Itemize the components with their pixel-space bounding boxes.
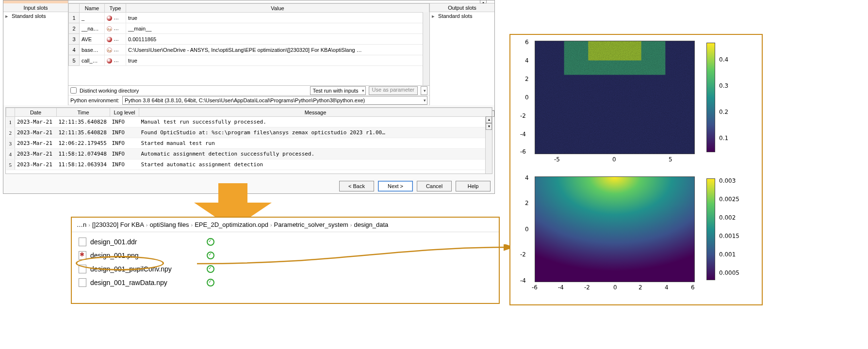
file-name: design_001_rawData.npy bbox=[90, 279, 167, 286]
file-icon bbox=[79, 278, 86, 287]
bool-icon bbox=[107, 16, 112, 21]
var-row[interactable]: 3 AVE … 0.00111865 bbox=[69, 34, 429, 45]
wizard-footer: < Back Next > Cancel Help bbox=[339, 181, 491, 191]
col-msg[interactable]: Message bbox=[139, 108, 492, 117]
cbar-tick: 0.002 bbox=[719, 214, 736, 221]
var-row[interactable]: 1 _ … true bbox=[69, 13, 429, 23]
crumb[interactable]: EPE_2D_optimization.opd bbox=[195, 221, 268, 228]
ytick: 0 bbox=[525, 94, 529, 101]
str-icon bbox=[107, 26, 112, 32]
file-row[interactable]: design_001_rawData.npy bbox=[79, 276, 492, 289]
cbar-tick: 0.2 bbox=[719, 109, 728, 115]
rownum: 1 bbox=[69, 13, 80, 23]
log-row[interactable]: 3 2023-Mar-21 12:06:22.179455 INFO Start… bbox=[6, 138, 492, 149]
cbar-tick: 0.003 bbox=[719, 177, 736, 184]
distinct-wd-checkbox[interactable] bbox=[70, 87, 77, 94]
chevron-right-icon: › bbox=[350, 222, 352, 228]
test-run-combo[interactable]: Test run with inputs bbox=[310, 86, 365, 95]
crumb[interactable]: Parametric_solver_system bbox=[274, 221, 348, 228]
col-date[interactable]: Date bbox=[15, 108, 57, 117]
charts-panel: 6 4 2 0 -2 -4 -6 -5 0 5 0.4 0.3 0.2 0.1 bbox=[509, 34, 763, 305]
crumb[interactable]: …n bbox=[77, 221, 86, 228]
status-ok-icon bbox=[207, 265, 214, 273]
ytick: -6 bbox=[520, 148, 526, 155]
colorbar bbox=[706, 178, 715, 280]
log-panel: Date Time Log level Message 1 2023-Mar-2… bbox=[5, 107, 492, 174]
input-slots-panel: Input slots ▸ Standard slots bbox=[3, 3, 68, 105]
crumb[interactable]: optiSlang files bbox=[150, 221, 189, 228]
col-type[interactable]: Type bbox=[105, 4, 126, 13]
cbar-tick: 0.4 bbox=[719, 56, 728, 63]
log-row[interactable]: 4 2023-Mar-21 11:58:12.074948 INFO Autom… bbox=[6, 149, 492, 159]
cbar-tick: 0.1 bbox=[719, 135, 728, 142]
heatmap-top: 6 4 2 0 -2 -4 -6 -5 0 5 0.4 0.3 0.2 0.1 bbox=[513, 38, 759, 165]
log-row[interactable]: 1 2023-Mar-21 12:11:35.640828 INFO Manua… bbox=[6, 117, 492, 127]
xtick: 4 bbox=[665, 284, 669, 291]
xtick: -5 bbox=[554, 156, 560, 163]
hscroll-arrow[interactable]: ▸ bbox=[480, 0, 487, 3]
log-vscroll[interactable]: ▴▾ bbox=[485, 116, 492, 174]
var-row[interactable]: 2 __na… … __main__ bbox=[69, 23, 429, 34]
file-png-icon bbox=[79, 251, 86, 260]
colorbar bbox=[706, 43, 715, 152]
output-slots-header: Output slots bbox=[430, 3, 494, 12]
xtick: 5 bbox=[669, 156, 672, 163]
bool-icon bbox=[107, 37, 112, 42]
log-row[interactable]: 5 2023-Mar-21 11:58:12.063934 INFO Start… bbox=[6, 159, 492, 170]
wizard-dialog: ▸ Input slots ▸ Standard slots Name Type… bbox=[3, 0, 495, 194]
ytick: 2 bbox=[525, 200, 529, 206]
xtick: -6 bbox=[532, 284, 538, 291]
variables-vscroll[interactable] bbox=[423, 12, 429, 85]
file-icon bbox=[79, 238, 86, 246]
heatmap-bottom: 4 2 0 -2 -4 -6 -4 -2 0 2 4 6 0.003 0.002… bbox=[513, 174, 759, 299]
cbar-tick: 0.0005 bbox=[719, 270, 739, 276]
use-as-parameter-button[interactable]: Use as parameter bbox=[369, 86, 418, 95]
file-row[interactable]: design_001.png bbox=[79, 249, 492, 262]
ytick: -2 bbox=[520, 112, 526, 119]
svg-rect-4 bbox=[535, 41, 694, 154]
standard-slots-label: Standard slots bbox=[12, 13, 46, 19]
help-button[interactable]: Help bbox=[456, 181, 491, 191]
col-level[interactable]: Log level bbox=[110, 108, 139, 117]
file-row[interactable]: design_001_pupilConv.npy bbox=[79, 262, 492, 276]
python-env-combo[interactable]: Python 3.8 64bit (3.8.10, 64bit, C:\User… bbox=[122, 96, 427, 105]
file-explorer: …n› []230320] For KBA› optiSlang files› … bbox=[71, 217, 500, 304]
cancel-button[interactable]: Cancel bbox=[417, 181, 452, 191]
bool-icon bbox=[107, 58, 112, 63]
python-env-label: Python environment: bbox=[70, 97, 119, 103]
file-name: design_001.ddr bbox=[90, 238, 137, 246]
var-row[interactable]: 4 base… … C:\Users\User\OneDrive - ANSYS… bbox=[69, 45, 429, 55]
breadcrumb: …n› []230320] For KBA› optiSlang files› … bbox=[72, 218, 499, 232]
ytick: 2 bbox=[525, 76, 529, 82]
log-row[interactable]: 2 2023-Mar-21 12:11:35.640828 INFO Found… bbox=[6, 127, 492, 138]
file-icon bbox=[79, 265, 86, 273]
output-standard-slots[interactable]: ▸ Standard slots bbox=[430, 12, 494, 20]
status-ok-icon bbox=[207, 252, 214, 259]
col-value[interactable]: Value bbox=[126, 4, 429, 13]
input-standard-slots[interactable]: ▸ Standard slots bbox=[3, 12, 68, 20]
var-row[interactable]: 5 call_… … true bbox=[69, 55, 429, 66]
chevron-right-icon: › bbox=[88, 222, 90, 228]
col-name[interactable]: Name bbox=[80, 4, 105, 13]
chevron-right-icon: › bbox=[191, 222, 193, 228]
file-row[interactable]: design_001.ddr bbox=[79, 235, 492, 249]
crumb[interactable]: []230320] For KBA bbox=[92, 221, 144, 228]
chevron-right-icon: › bbox=[146, 222, 148, 228]
crumb[interactable]: design_data bbox=[354, 221, 388, 228]
cbar-tick: 0.001 bbox=[719, 251, 736, 258]
var-value: true bbox=[126, 13, 429, 23]
use-as-parameter-menu[interactable] bbox=[421, 86, 427, 95]
expand-icon: ▸ bbox=[5, 13, 10, 19]
ytick: -4 bbox=[520, 277, 526, 284]
xtick: 0 bbox=[612, 156, 616, 163]
distinct-wd-label: Distinct working directory bbox=[80, 88, 139, 94]
xtick: -2 bbox=[584, 284, 590, 291]
xtick: 2 bbox=[639, 284, 642, 291]
back-button[interactable]: < Back bbox=[339, 181, 374, 191]
str-icon bbox=[107, 48, 112, 53]
variables-footer: Distinct working directory Test run with… bbox=[68, 85, 429, 105]
col-time[interactable]: Time bbox=[57, 108, 110, 117]
next-button[interactable]: Next > bbox=[378, 181, 413, 191]
ytick: -4 bbox=[520, 131, 526, 138]
xtick: -4 bbox=[558, 284, 564, 291]
